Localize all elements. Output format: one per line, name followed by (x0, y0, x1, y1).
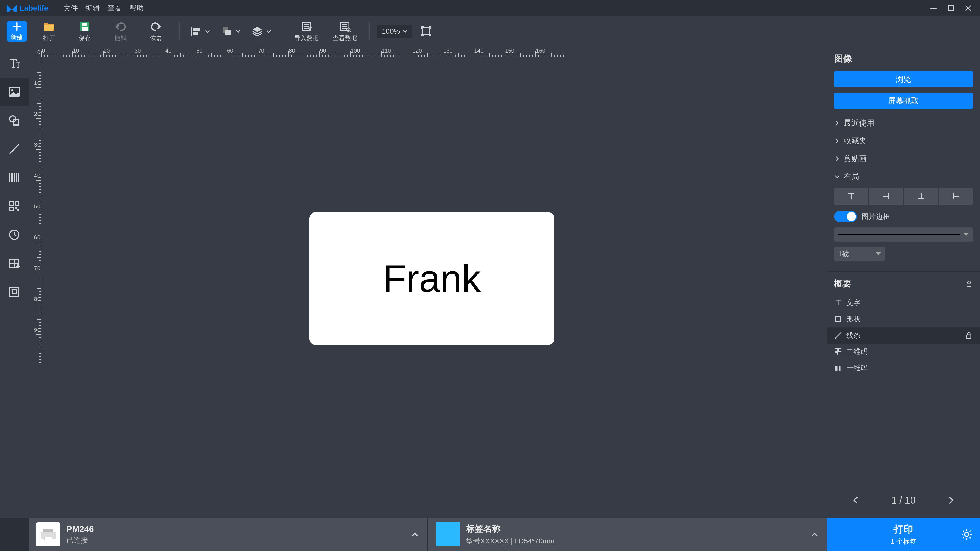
barcode-tool[interactable] (0, 163, 29, 192)
import-label: 导入数据 (294, 34, 319, 42)
printer-name: PM246 (66, 524, 94, 534)
clipart-section[interactable]: 剪贴画 (834, 150, 973, 168)
gear-icon[interactable] (961, 529, 972, 540)
open-label: 打开 (43, 34, 55, 42)
bottom-bar: PM246 已连接 标签名称 型号XXXXXX | LD54*70mm 打印 1… (0, 518, 980, 551)
svg-rect-31 (838, 349, 841, 351)
favorites-section[interactable]: 收藏夹 (834, 132, 973, 150)
menu-edit[interactable]: 编辑 (86, 3, 100, 13)
save-icon (79, 21, 91, 33)
t-right-icon (881, 192, 891, 201)
qrcode-tool[interactable] (0, 192, 29, 221)
t-left-icon (951, 192, 961, 201)
new-label: 新建 (11, 33, 23, 41)
import-data-button[interactable]: 导入数据 (287, 16, 326, 46)
weight-value: 1磅 (838, 249, 850, 259)
new-button[interactable]: 新建 (6, 21, 27, 41)
app-name: Labelife (19, 4, 48, 13)
arrange-dropdown[interactable] (215, 16, 246, 46)
recent-section[interactable]: 最近使用 (834, 114, 973, 132)
line-preview (838, 234, 960, 235)
container-tool[interactable] (0, 278, 29, 306)
undo-button[interactable]: 撤销 (103, 16, 138, 46)
printer-box[interactable]: PM246 已连接 (29, 518, 427, 551)
save-label: 保存 (79, 34, 91, 42)
redo-button[interactable]: 恢复 (138, 16, 174, 46)
right-panel: 图像 浏览 屏幕抓取 最近使用 收藏夹 剪贴画 布局 图片边框 (827, 46, 980, 518)
open-button[interactable]: 打开 (31, 16, 67, 46)
prev-page-icon[interactable] (851, 495, 861, 505)
table-tool[interactable] (0, 249, 29, 278)
pager: 1 / 10 (834, 489, 973, 512)
layout-section[interactable]: 布局 (834, 168, 973, 186)
chevron-down-icon (205, 29, 210, 34)
rotate-0-button[interactable] (834, 188, 868, 205)
label-name: 标签名称 (466, 523, 555, 535)
summary-line[interactable]: 线条 (827, 327, 980, 344)
rotate-270-button[interactable] (939, 188, 973, 205)
save-button[interactable]: 保存 (67, 16, 103, 46)
line-tool[interactable] (0, 135, 29, 163)
fav-label: 收藏夹 (844, 136, 867, 146)
svg-rect-3 (82, 23, 87, 25)
image-icon (8, 85, 21, 98)
layers-icon (251, 25, 263, 38)
t-down-icon (916, 192, 926, 201)
canvas[interactable]: Frank (41, 57, 827, 518)
label-card[interactable]: Frank (309, 212, 554, 345)
svg-rect-26 (12, 290, 16, 294)
svg-rect-30 (835, 349, 838, 351)
import-icon (301, 21, 313, 33)
frame-toggle[interactable] (834, 211, 857, 222)
shape-tool[interactable] (0, 106, 29, 135)
lock-icon[interactable] (965, 280, 973, 287)
capture-button[interactable]: 屏幕抓取 (834, 93, 973, 109)
chevron-down-icon (235, 29, 241, 34)
text-tool[interactable] (0, 49, 29, 78)
barcode-icon (834, 364, 842, 372)
printer-icon (39, 528, 57, 541)
svg-rect-22 (18, 209, 19, 211)
label-swatch (436, 522, 460, 546)
summary-shape[interactable]: 形状 (834, 311, 973, 327)
label-box[interactable]: 标签名称 型号XXXXXX | LD54*70mm (428, 518, 827, 551)
panel-divider (827, 271, 980, 272)
time-tool[interactable] (0, 221, 29, 249)
svg-point-16 (10, 116, 16, 122)
maximize-icon[interactable] (947, 4, 955, 12)
chevron-right-icon (834, 138, 840, 144)
browse-button[interactable]: 浏览 (834, 71, 973, 87)
menu-view[interactable]: 查看 (107, 3, 122, 13)
rotate-90-button[interactable] (869, 188, 903, 205)
summary-qr[interactable]: 二维码 (834, 344, 973, 360)
line-weight-select[interactable]: 1磅 (834, 247, 885, 261)
print-button[interactable]: 打印 1 个标签 (827, 518, 980, 551)
dropdown-arrow-icon (964, 233, 969, 236)
layers-dropdown[interactable] (246, 16, 277, 46)
summary-bar[interactable]: 一维码 (834, 360, 973, 376)
rotate-180-button[interactable] (904, 188, 938, 205)
next-page-icon[interactable] (946, 495, 956, 505)
view-data-button[interactable]: 查看数据 (326, 16, 364, 46)
page-indicator: 1 / 10 (891, 495, 915, 506)
close-icon[interactable] (964, 4, 972, 12)
summary-title: 概要 (834, 278, 851, 289)
line-icon (834, 331, 842, 340)
recent-label: 最近使用 (844, 118, 874, 128)
image-tool[interactable] (0, 78, 29, 106)
svg-rect-17 (14, 120, 19, 125)
align-dropdown[interactable] (185, 16, 215, 46)
canvas-area: 0102030405060708090100110120130140150160… (29, 46, 827, 518)
zoom-fit-button[interactable] (415, 16, 438, 46)
container-icon (8, 285, 21, 299)
line-style-select[interactable] (834, 227, 973, 241)
minimize-icon[interactable] (929, 4, 938, 12)
menu-help[interactable]: 帮助 (129, 3, 144, 13)
window-controls (929, 4, 972, 12)
menu-bar: 文件 编辑 查看 帮助 (64, 3, 144, 13)
label-info: 标签名称 型号XXXXXX | LD54*70mm (466, 523, 555, 546)
menu-file[interactable]: 文件 (64, 3, 78, 13)
zoom-select[interactable]: 100% (377, 25, 412, 38)
summary-text[interactable]: 文字 (834, 295, 973, 311)
svg-rect-0 (931, 8, 937, 9)
